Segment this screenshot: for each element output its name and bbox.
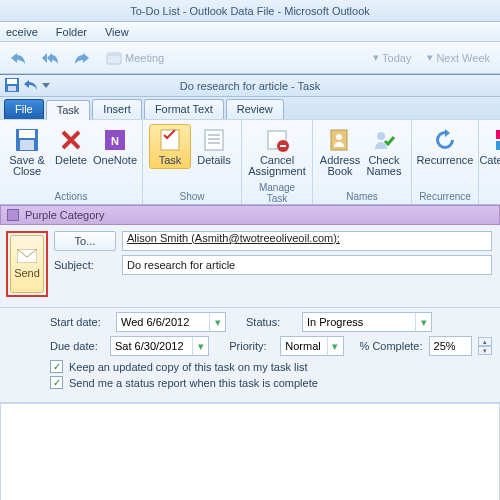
details-button[interactable]: Details <box>193 124 235 169</box>
tab-task[interactable]: Task <box>46 100 91 120</box>
nextweek-button[interactable]: ▾ Next Week <box>423 49 494 66</box>
svg-text:N: N <box>111 135 119 147</box>
categorize-button[interactable]: Categorize <box>485 124 500 187</box>
svg-rect-6 <box>19 130 35 138</box>
svg-rect-11 <box>205 130 223 150</box>
svg-rect-10 <box>161 130 179 150</box>
replyall-button[interactable] <box>38 48 62 68</box>
delete-button[interactable]: Delete <box>50 124 92 180</box>
percent-spinner[interactable]: ▴▾ <box>478 337 492 355</box>
category-color-icon <box>7 209 19 221</box>
group-manage: Cancel Assignment Manage Task <box>242 120 313 204</box>
status-report-checkbox[interactable]: ✓Send me a status report when this task … <box>50 376 492 389</box>
svg-rect-3 <box>7 79 17 84</box>
keep-copy-checkbox[interactable]: ✓Keep an updated copy of this task on my… <box>50 360 492 373</box>
menu-view[interactable]: View <box>105 26 129 38</box>
status-dropdown[interactable]: In Progress▾ <box>302 312 432 332</box>
start-date-label: Start date: <box>50 316 110 328</box>
svg-rect-4 <box>8 86 16 91</box>
menu-receive[interactable]: eceive <box>6 26 38 38</box>
menu-folder[interactable]: Folder <box>56 26 87 38</box>
task-view-button[interactable]: Task <box>149 124 191 169</box>
subject-input[interactable] <box>122 255 492 275</box>
svg-rect-1 <box>107 53 121 56</box>
reply-button[interactable] <box>6 48 30 68</box>
status-label: Status: <box>246 316 296 328</box>
send-button[interactable]: Send <box>10 235 44 293</box>
qat-dropdown-icon[interactable] <box>42 83 50 88</box>
cancel-assignment-button[interactable]: Cancel Assignment <box>248 124 306 180</box>
task-window: Do research for article - Task File Task… <box>0 74 500 500</box>
due-date-picker[interactable]: Sat 6/30/2012▾ <box>110 336 209 356</box>
main-menubar: eceive Folder View <box>0 22 500 42</box>
task-titlebar: Do research for article - Task <box>0 75 500 97</box>
quick-access-toolbar <box>4 77 50 93</box>
priority-label: Priority: <box>229 340 274 352</box>
to-field[interactable]: Alison Smith (Asmith@twotreeoliveoil.com… <box>122 231 492 251</box>
envelope-icon <box>17 249 37 263</box>
tab-file[interactable]: File <box>4 99 44 119</box>
start-date-picker[interactable]: Wed 6/6/2012▾ <box>116 312 226 332</box>
group-actions: Save & Close Delete NOneNote Actions <box>0 120 143 204</box>
task-dates-section: Start date: Wed 6/6/2012▾ Status: In Pro… <box>0 308 500 403</box>
svg-rect-21 <box>496 130 500 139</box>
task-body-editor[interactable] <box>0 403 500 500</box>
svg-point-19 <box>336 134 342 140</box>
priority-dropdown[interactable]: Normal▾ <box>280 336 343 356</box>
save-icon[interactable] <box>4 77 20 93</box>
ribbon: Save & Close Delete NOneNote Actions Tas… <box>0 119 500 205</box>
percent-complete-input[interactable]: 25% <box>429 336 472 356</box>
meeting-button[interactable]: Meeting <box>102 48 168 68</box>
group-recurrence: Recurrence Recurrence <box>412 120 479 204</box>
to-button[interactable]: To... <box>54 231 116 251</box>
subject-label: Subject: <box>54 259 116 271</box>
app-titlebar: To-Do List - Outlook Data File - Microso… <box>0 0 500 22</box>
group-names: Address Book Check Names Names <box>313 120 412 204</box>
address-book-button[interactable]: Address Book <box>319 124 361 180</box>
send-highlight: Send <box>6 231 48 297</box>
group-tags: Categorize Follow Up Private !High Impor… <box>479 120 500 204</box>
undo-icon[interactable] <box>23 77 39 93</box>
complete-label: % Complete: <box>360 340 423 352</box>
today-button[interactable]: ▾ Today <box>369 49 415 66</box>
due-date-label: Due date: <box>50 340 104 352</box>
category-bar[interactable]: Purple Category <box>0 205 500 225</box>
ribbon-tabs: File Task Insert Format Text Review <box>0 97 500 119</box>
svg-rect-23 <box>496 141 500 150</box>
svg-point-20 <box>377 132 385 140</box>
tab-insert[interactable]: Insert <box>92 99 142 119</box>
recurrence-button[interactable]: Recurrence <box>418 124 472 169</box>
svg-rect-7 <box>20 140 34 150</box>
onenote-button[interactable]: NOneNote <box>94 124 136 180</box>
save-close-button[interactable]: Save & Close <box>6 124 48 180</box>
tab-format[interactable]: Format Text <box>144 99 224 119</box>
task-header-form: Send To... Alison Smith (Asmith@twotreeo… <box>0 225 500 308</box>
home-ribbon-strip: Meeting ▾ Today ▾ Next Week <box>0 42 500 74</box>
check-names-button[interactable]: Check Names <box>363 124 405 180</box>
tab-review[interactable]: Review <box>226 99 284 119</box>
group-show: Task Details Show <box>143 120 242 204</box>
forward-button[interactable] <box>70 48 94 68</box>
